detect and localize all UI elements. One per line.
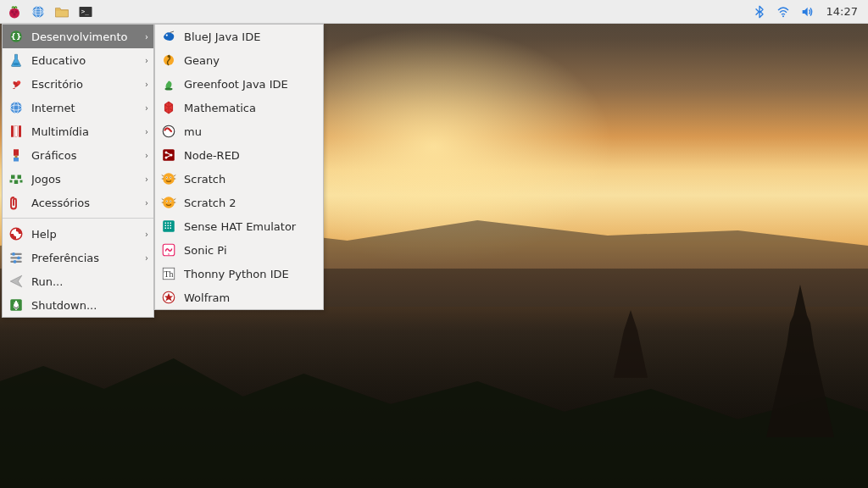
prefs-icon bbox=[8, 249, 25, 266]
svg-rect-66 bbox=[168, 228, 170, 230]
menu-item-mu[interactable]: mu bbox=[155, 119, 323, 143]
menu-item-label: Multimídia bbox=[31, 125, 145, 138]
mu-icon bbox=[160, 123, 177, 140]
menu-item-label: Gráficos bbox=[31, 149, 145, 162]
svg-rect-62 bbox=[165, 225, 167, 227]
menu-item-escrit-rio[interactable]: Escritório› bbox=[3, 72, 153, 96]
menu-item-sonic-pi[interactable]: πSonic Pi bbox=[155, 238, 323, 262]
svg-point-33 bbox=[12, 252, 15, 256]
menu-item-label: Wolfram bbox=[184, 291, 318, 304]
sonicpi-icon: π bbox=[160, 241, 177, 258]
svg-point-29 bbox=[14, 231, 19, 236]
menu-item-label: Desenvolvimento bbox=[31, 30, 145, 43]
volume-tray[interactable] bbox=[799, 4, 815, 19]
svg-rect-19 bbox=[15, 125, 18, 137]
menu-item-label: Acessórios bbox=[31, 197, 145, 209]
svg-text:>_: >_ bbox=[81, 8, 90, 15]
menu-item-label: Shutdown... bbox=[31, 299, 148, 312]
svg-point-35 bbox=[14, 260, 17, 263]
terminal-icon: >_ bbox=[78, 4, 93, 19]
svg-rect-24 bbox=[18, 175, 22, 180]
menu-item-prefer-ncias[interactable]: Preferências› bbox=[3, 246, 153, 269]
svg-rect-60 bbox=[168, 223, 170, 225]
svg-rect-22 bbox=[15, 156, 18, 158]
greenfoot-icon bbox=[160, 75, 177, 92]
menu-item-geany[interactable]: Geany bbox=[155, 48, 323, 72]
help-icon bbox=[8, 225, 25, 242]
nodered-icon bbox=[160, 147, 177, 164]
file-manager-launcher[interactable] bbox=[51, 2, 73, 22]
svg-point-57 bbox=[170, 201, 171, 202]
svg-rect-23 bbox=[11, 175, 15, 180]
browser-launcher[interactable] bbox=[27, 2, 49, 22]
menu-item-scratch-2[interactable]: Scratch 2 bbox=[155, 191, 323, 214]
menu-item-gr-ficos[interactable]: Gráficos› bbox=[3, 143, 153, 167]
svg-point-56 bbox=[166, 201, 167, 202]
menu-item-bluej-java-ide[interactable]: BlueJ Java IDE bbox=[155, 25, 323, 48]
menu-item-thonny-python-ide[interactable]: ThThonny Python IDE bbox=[155, 262, 323, 286]
menu-item-desenvolvimento[interactable]: {}Desenvolvimento› bbox=[3, 25, 153, 48]
menu-item-label: Internet bbox=[31, 102, 145, 114]
wolfram-icon bbox=[160, 289, 177, 306]
menu-item-acess-rios[interactable]: Acessórios› bbox=[3, 191, 153, 214]
menu-item-internet[interactable]: Internet› bbox=[3, 96, 153, 119]
chevron-right-icon: › bbox=[145, 151, 148, 160]
svg-rect-18 bbox=[11, 125, 14, 137]
menu-item-label: Preferências bbox=[31, 252, 145, 264]
shutdown-icon bbox=[8, 297, 25, 313]
svg-point-15 bbox=[10, 102, 22, 114]
menu-item-label: Greenfoot Java IDE bbox=[184, 78, 318, 91]
geany-icon bbox=[160, 52, 177, 69]
svg-rect-65 bbox=[165, 228, 167, 230]
menu-item-help[interactable]: Help› bbox=[3, 222, 153, 246]
volume-icon bbox=[799, 5, 815, 19]
menu-button[interactable] bbox=[3, 2, 25, 22]
system-tray: 14:27 bbox=[752, 4, 865, 19]
menu-item-label: Educativo bbox=[31, 54, 145, 67]
svg-rect-63 bbox=[168, 225, 170, 227]
folder-icon bbox=[54, 4, 70, 19]
svg-text:{}: {} bbox=[11, 32, 22, 41]
sensehat-icon bbox=[160, 218, 177, 235]
menu-item-label: BlueJ Java IDE bbox=[184, 30, 318, 43]
svg-text:Th: Th bbox=[164, 269, 174, 279]
svg-point-51 bbox=[166, 177, 167, 178]
menu-item-run-[interactable]: Run... bbox=[3, 269, 153, 293]
menu-item-multim-dia[interactable]: Multimídia› bbox=[3, 119, 153, 143]
svg-rect-25 bbox=[14, 180, 19, 185]
menu-item-sense-hat-emulator[interactable]: Sense HAT Emulator bbox=[155, 214, 323, 238]
chevron-right-icon: › bbox=[145, 175, 148, 184]
menu-item-wolfram[interactable]: Wolfram bbox=[155, 286, 323, 309]
svg-point-14 bbox=[17, 80, 21, 85]
menu-item-mathematica[interactable]: Mathematica bbox=[155, 96, 323, 119]
svg-point-2 bbox=[15, 10, 18, 13]
dev-icon: {} bbox=[8, 28, 25, 45]
menu-item-shutdown-[interactable]: Shutdown... bbox=[3, 293, 153, 317]
menu-item-greenfoot-java-ide[interactable]: Greenfoot Java IDE bbox=[155, 72, 323, 96]
menu-item-educativo[interactable]: Educativo› bbox=[3, 48, 153, 72]
games-icon bbox=[8, 170, 25, 187]
svg-point-53 bbox=[163, 197, 175, 208]
bluetooth-tray[interactable] bbox=[752, 4, 767, 19]
menu-item-label: Node-RED bbox=[184, 149, 318, 162]
menu-item-label: Mathematica bbox=[184, 102, 318, 114]
chevron-right-icon: › bbox=[145, 32, 148, 42]
wifi-tray[interactable] bbox=[776, 4, 791, 19]
menu-item-jogos[interactable]: Jogos› bbox=[3, 167, 153, 191]
mathematica-icon bbox=[160, 99, 177, 116]
menu-item-label: Scratch 2 bbox=[184, 197, 318, 209]
svg-point-42 bbox=[165, 88, 173, 91]
menu-separator bbox=[3, 218, 153, 219]
multimedia-icon bbox=[8, 123, 25, 140]
raspberry-icon bbox=[7, 4, 22, 19]
clock[interactable]: 14:27 bbox=[823, 5, 858, 18]
development-submenu: BlueJ Java IDEGeanyGreenfoot Java IDEMat… bbox=[154, 24, 324, 310]
menu-item-node-red[interactable]: Node-RED bbox=[155, 143, 323, 167]
wifi-icon bbox=[776, 5, 791, 19]
terminal-launcher[interactable]: >_ bbox=[75, 2, 97, 22]
chevron-right-icon: › bbox=[145, 198, 148, 208]
wallpaper-temple bbox=[614, 310, 648, 378]
svg-rect-67 bbox=[170, 228, 172, 230]
application-menu: {}Desenvolvimento›Educativo›Escritório›I… bbox=[2, 24, 154, 318]
menu-item-scratch[interactable]: Scratch bbox=[155, 167, 323, 191]
